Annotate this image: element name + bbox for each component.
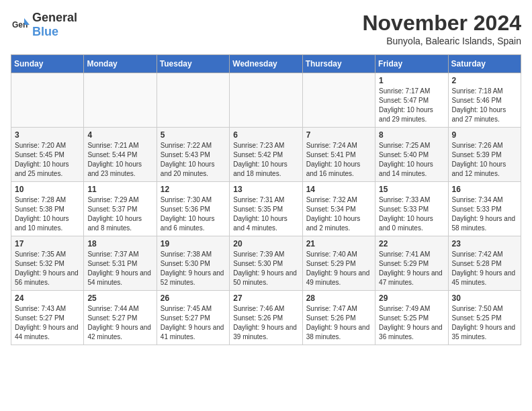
day-number: 29: [379, 293, 444, 303]
calendar-cell: 1Sunrise: 7:17 AM Sunset: 5:47 PM Daylig…: [375, 73, 448, 128]
day-info: Sunrise: 7:30 AM Sunset: 5:36 PM Dayligh…: [161, 195, 226, 233]
calendar-week-row: 17Sunrise: 7:35 AM Sunset: 5:32 PM Dayli…: [11, 236, 521, 291]
calendar-table: SundayMondayTuesdayWednesdayThursdayFrid…: [11, 54, 521, 345]
day-number: 3: [15, 130, 80, 140]
day-number: 1: [379, 76, 444, 85]
calendar-week-row: 10Sunrise: 7:28 AM Sunset: 5:38 PM Dayli…: [11, 182, 521, 236]
calendar-cell: [157, 73, 229, 128]
day-number: 15: [379, 185, 444, 194]
day-info: Sunrise: 7:39 AM Sunset: 5:30 PM Dayligh…: [233, 250, 298, 287]
calendar-cell: 17Sunrise: 7:35 AM Sunset: 5:32 PM Dayli…: [11, 236, 84, 291]
calendar-cell: 10Sunrise: 7:28 AM Sunset: 5:38 PM Dayli…: [11, 182, 84, 236]
svg-marker-1: [24, 18, 30, 25]
calendar-header-cell: Monday: [84, 55, 157, 73]
calendar-header-cell: Thursday: [302, 55, 375, 73]
calendar-cell: 18Sunrise: 7:37 AM Sunset: 5:31 PM Dayli…: [84, 236, 157, 291]
calendar-week-row: 1Sunrise: 7:17 AM Sunset: 5:47 PM Daylig…: [11, 73, 521, 128]
day-number: 14: [306, 185, 371, 194]
day-info: Sunrise: 7:42 AM Sunset: 5:28 PM Dayligh…: [452, 250, 517, 287]
month-title: November 2024: [362, 11, 521, 36]
day-info: Sunrise: 7:46 AM Sunset: 5:26 PM Dayligh…: [233, 304, 298, 342]
day-info: Sunrise: 7:38 AM Sunset: 5:30 PM Dayligh…: [161, 250, 226, 287]
day-number: 4: [87, 130, 152, 140]
page-header: Gen General Blue November 2024 Bunyola, …: [11, 11, 521, 46]
calendar-week-row: 24Sunrise: 7:43 AM Sunset: 5:27 PM Dayli…: [11, 291, 521, 345]
calendar-cell: 16Sunrise: 7:34 AM Sunset: 5:33 PM Dayli…: [448, 182, 521, 236]
day-number: 8: [379, 130, 444, 140]
day-number: 26: [161, 293, 226, 303]
calendar-cell: 3Sunrise: 7:20 AM Sunset: 5:45 PM Daylig…: [11, 128, 84, 182]
calendar-header-cell: Wednesday: [230, 55, 302, 73]
logo-icon: Gen: [11, 15, 30, 34]
calendar-week-row: 3Sunrise: 7:20 AM Sunset: 5:45 PM Daylig…: [11, 128, 521, 182]
day-number: 11: [87, 185, 152, 194]
day-info: Sunrise: 7:32 AM Sunset: 5:34 PM Dayligh…: [306, 195, 371, 233]
day-info: Sunrise: 7:45 AM Sunset: 5:27 PM Dayligh…: [161, 304, 226, 342]
calendar-cell: 8Sunrise: 7:25 AM Sunset: 5:40 PM Daylig…: [375, 128, 448, 182]
day-number: 2: [452, 76, 517, 85]
day-info: Sunrise: 7:31 AM Sunset: 5:35 PM Dayligh…: [233, 195, 298, 233]
day-info: Sunrise: 7:24 AM Sunset: 5:41 PM Dayligh…: [306, 141, 371, 179]
calendar-cell: 4Sunrise: 7:21 AM Sunset: 5:44 PM Daylig…: [84, 128, 157, 182]
calendar-header-cell: Friday: [375, 55, 448, 73]
calendar-cell: 28Sunrise: 7:47 AM Sunset: 5:26 PM Dayli…: [302, 291, 375, 345]
day-number: 5: [161, 130, 226, 140]
day-info: Sunrise: 7:26 AM Sunset: 5:39 PM Dayligh…: [452, 141, 517, 179]
day-number: 23: [452, 239, 517, 248]
day-number: 27: [233, 293, 298, 303]
calendar-cell: [302, 73, 375, 128]
calendar-cell: 23Sunrise: 7:42 AM Sunset: 5:28 PM Dayli…: [448, 236, 521, 291]
calendar-header-cell: Sunday: [11, 55, 84, 73]
calendar-header-cell: Saturday: [448, 55, 521, 73]
day-info: Sunrise: 7:22 AM Sunset: 5:43 PM Dayligh…: [161, 141, 226, 179]
day-number: 10: [15, 185, 80, 194]
day-info: Sunrise: 7:33 AM Sunset: 5:33 PM Dayligh…: [379, 195, 444, 233]
day-info: Sunrise: 7:18 AM Sunset: 5:46 PM Dayligh…: [452, 87, 517, 124]
calendar-cell: 21Sunrise: 7:40 AM Sunset: 5:29 PM Dayli…: [302, 236, 375, 291]
day-number: 22: [379, 239, 444, 248]
day-info: Sunrise: 7:29 AM Sunset: 5:37 PM Dayligh…: [87, 195, 152, 233]
day-number: 21: [306, 239, 371, 248]
day-info: Sunrise: 7:44 AM Sunset: 5:27 PM Dayligh…: [87, 304, 152, 342]
calendar-cell: 12Sunrise: 7:30 AM Sunset: 5:36 PM Dayli…: [157, 182, 229, 236]
day-info: Sunrise: 7:35 AM Sunset: 5:32 PM Dayligh…: [15, 250, 80, 287]
calendar-cell: 19Sunrise: 7:38 AM Sunset: 5:30 PM Dayli…: [157, 236, 229, 291]
day-number: 16: [452, 185, 517, 194]
day-info: Sunrise: 7:20 AM Sunset: 5:45 PM Dayligh…: [15, 141, 80, 179]
day-info: Sunrise: 7:28 AM Sunset: 5:38 PM Dayligh…: [15, 195, 80, 233]
day-number: 24: [15, 293, 80, 303]
calendar-cell: 5Sunrise: 7:22 AM Sunset: 5:43 PM Daylig…: [157, 128, 229, 182]
day-info: Sunrise: 7:47 AM Sunset: 5:26 PM Dayligh…: [306, 304, 371, 342]
location: Bunyola, Balearic Islands, Spain: [362, 36, 521, 46]
calendar-body: 1Sunrise: 7:17 AM Sunset: 5:47 PM Daylig…: [11, 73, 521, 345]
day-number: 20: [233, 239, 298, 248]
calendar-cell: 29Sunrise: 7:49 AM Sunset: 5:25 PM Dayli…: [375, 291, 448, 345]
day-number: 30: [452, 293, 517, 303]
day-info: Sunrise: 7:50 AM Sunset: 5:25 PM Dayligh…: [452, 304, 517, 342]
calendar-cell: [84, 73, 157, 128]
calendar-cell: 26Sunrise: 7:45 AM Sunset: 5:27 PM Dayli…: [157, 291, 229, 345]
day-info: Sunrise: 7:37 AM Sunset: 5:31 PM Dayligh…: [87, 250, 152, 287]
calendar-cell: 11Sunrise: 7:29 AM Sunset: 5:37 PM Dayli…: [84, 182, 157, 236]
calendar-cell: 14Sunrise: 7:32 AM Sunset: 5:34 PM Dayli…: [302, 182, 375, 236]
calendar-cell: 15Sunrise: 7:33 AM Sunset: 5:33 PM Dayli…: [375, 182, 448, 236]
day-info: Sunrise: 7:21 AM Sunset: 5:44 PM Dayligh…: [87, 141, 152, 179]
calendar-cell: 9Sunrise: 7:26 AM Sunset: 5:39 PM Daylig…: [448, 128, 521, 182]
day-number: 7: [306, 130, 371, 140]
logo-blue: Blue: [32, 25, 58, 38]
day-number: 25: [87, 293, 152, 303]
day-info: Sunrise: 7:49 AM Sunset: 5:25 PM Dayligh…: [379, 304, 444, 342]
logo: Gen General Blue: [11, 11, 77, 39]
day-number: 28: [306, 293, 371, 303]
calendar-cell: 30Sunrise: 7:50 AM Sunset: 5:25 PM Dayli…: [448, 291, 521, 345]
calendar-cell: 20Sunrise: 7:39 AM Sunset: 5:30 PM Dayli…: [230, 236, 302, 291]
day-number: 19: [161, 239, 226, 248]
day-number: 9: [452, 130, 517, 140]
day-info: Sunrise: 7:23 AM Sunset: 5:42 PM Dayligh…: [233, 141, 298, 179]
title-block: November 2024 Bunyola, Balearic Islands,…: [362, 11, 521, 46]
calendar-cell: [230, 73, 302, 128]
day-info: Sunrise: 7:25 AM Sunset: 5:40 PM Dayligh…: [379, 141, 444, 179]
day-number: 17: [15, 239, 80, 248]
day-info: Sunrise: 7:34 AM Sunset: 5:33 PM Dayligh…: [452, 195, 517, 233]
calendar-cell: 13Sunrise: 7:31 AM Sunset: 5:35 PM Dayli…: [230, 182, 302, 236]
